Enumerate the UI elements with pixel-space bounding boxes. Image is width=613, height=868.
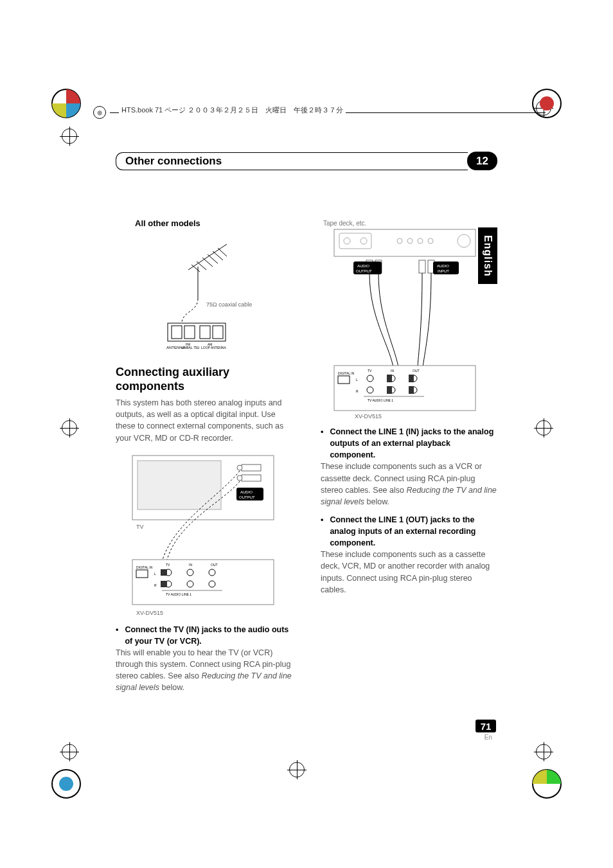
- svg-line-12: [218, 248, 227, 256]
- svg-rect-33: [132, 560, 274, 605]
- tv-connection-diagram: TV AUDIO OUTPUT DIGITAL IN: [116, 450, 292, 617]
- binder-ring-icon: ⊕: [93, 106, 106, 119]
- chapter-heading: Other connections 12: [116, 152, 497, 170]
- line1-out-bold: Connect the LINE 1 (OUT) jacks to the an…: [330, 514, 497, 549]
- color-patch-br: [531, 768, 563, 800]
- line1-in-bold: Connect the LINE 1 (IN) jacks to the ana…: [330, 426, 497, 461]
- svg-line-9: [202, 258, 213, 267]
- svg-line-10: [208, 254, 218, 263]
- tv-in-body: This will enable you to hear the TV (or …: [116, 647, 292, 694]
- svg-point-82: [367, 387, 373, 393]
- svg-line-6: [188, 244, 227, 270]
- svg-text:DIGITAL IN: DIGITAL IN: [338, 371, 355, 375]
- svg-rect-15: [172, 326, 182, 339]
- registration-mark: [62, 420, 77, 436]
- svg-text:L: L: [356, 378, 358, 382]
- svg-line-11: [213, 251, 223, 260]
- svg-point-79: [367, 375, 373, 382]
- svg-point-45: [187, 581, 193, 587]
- svg-point-42: [187, 569, 193, 576]
- svg-point-43: [209, 569, 215, 576]
- tv-in-bullet: • Connect the TV (IN) jacks to the audio…: [116, 624, 292, 647]
- svg-rect-35: [136, 570, 148, 578]
- svg-rect-16: [184, 326, 195, 339]
- svg-point-46: [209, 581, 215, 587]
- chapter-number: 12: [467, 152, 497, 170]
- tape-deck-caption: Tape deck, etc.: [323, 220, 497, 227]
- svg-rect-85: [387, 375, 392, 382]
- color-patch-bl: [50, 768, 82, 800]
- svg-text:TV    AUDIO  LINE 1: TV AUDIO LINE 1: [166, 592, 191, 596]
- svg-rect-88: [409, 386, 414, 394]
- page-lang: En: [484, 734, 492, 741]
- svg-text:OUTPUT: OUTPUT: [239, 495, 255, 499]
- svg-text:AUDIO: AUDIO: [357, 264, 369, 268]
- svg-text:OUTPUT: OUTPUT: [356, 269, 372, 273]
- prepress-text: HTS.book 71 ページ ２００３年２月２５日 火曜日 午後２時３７分: [119, 105, 346, 115]
- tv-in-bold: Connect the TV (IN) jacks to the audio o…: [125, 624, 292, 647]
- registration-mark: [62, 744, 77, 759]
- registration-mark: [536, 420, 551, 436]
- connecting-aux-body: This system has both stereo analog input…: [116, 397, 292, 444]
- svg-text:OUT: OUT: [211, 563, 218, 567]
- left-column: All other models 75Ω coaxial cable: [116, 218, 292, 700]
- svg-text:AUDIO: AUDIO: [240, 490, 253, 494]
- svg-rect-24: [138, 461, 221, 509]
- svg-rect-28: [242, 475, 261, 481]
- svg-rect-26: [242, 465, 261, 471]
- svg-rect-18: [213, 326, 223, 339]
- prepress-header: ⊕ HTS.book 71 ページ ２００３年２月２５日 火曜日 午後２時３７分: [93, 106, 546, 119]
- svg-text:TV: TV: [136, 524, 144, 530]
- svg-rect-48: [161, 581, 167, 587]
- right-column: Tape deck, etc.: [321, 218, 497, 700]
- line1-in-body: These include components such as a VCR o…: [321, 461, 497, 508]
- svg-text:DIGITAL IN: DIGITAL IN: [136, 565, 153, 569]
- antenna-diagram: 75Ω coaxial cable ANTENNA FM UNBAL 75Ω A…: [116, 235, 292, 350]
- svg-text:UNBAL 75Ω: UNBAL 75Ω: [182, 346, 199, 350]
- line1-out-bullet: • Connect the LINE 1 (OUT) jacks to the …: [321, 514, 497, 549]
- registration-mark: [289, 762, 305, 777]
- svg-text:LOOP ANTENNA: LOOP ANTENNA: [201, 346, 226, 350]
- connecting-aux-heading: Connecting auxiliary components: [116, 366, 292, 393]
- svg-text:IN: IN: [189, 563, 192, 567]
- svg-rect-17: [200, 326, 210, 339]
- svg-rect-47: [161, 569, 167, 576]
- svg-rect-73: [338, 376, 350, 384]
- svg-text:TV: TV: [368, 369, 372, 373]
- svg-text:TV: TV: [166, 563, 170, 567]
- line1-out-body: These include components such as a casse…: [321, 549, 497, 596]
- svg-point-29: [237, 475, 242, 481]
- tape-connection-diagram: AUDIO OUTPUT AUDIO INPUT DIGITAL IN TV I…: [321, 227, 497, 420]
- page-number: 71: [475, 720, 496, 732]
- svg-text:R: R: [356, 389, 359, 393]
- line1-in-bullet: • Connect the LINE 1 (IN) jacks to the a…: [321, 426, 497, 461]
- svg-text:IN: IN: [391, 369, 394, 373]
- svg-point-4: [59, 777, 73, 791]
- cable-label: 75Ω coaxial cable: [206, 301, 252, 308]
- svg-rect-71: [334, 366, 475, 411]
- svg-text:INPUT: INPUT: [438, 269, 449, 273]
- color-patch-tl: [50, 87, 82, 120]
- svg-text:OUT: OUT: [413, 369, 420, 373]
- svg-text:R: R: [154, 583, 157, 587]
- registration-mark: [536, 744, 551, 759]
- svg-text:TV    AUDIO  LINE 1: TV AUDIO LINE 1: [368, 398, 393, 402]
- svg-point-27: [237, 465, 242, 470]
- svg-rect-87: [409, 375, 414, 382]
- all-other-models-heading: All other models: [135, 218, 292, 228]
- svg-text:XV-DV515: XV-DV515: [136, 610, 163, 616]
- svg-text:L: L: [154, 572, 156, 576]
- svg-rect-63: [419, 260, 425, 273]
- svg-text:AUDIO: AUDIO: [437, 264, 449, 268]
- svg-text:XV-DV515: XV-DV515: [355, 413, 382, 420]
- svg-line-7: [191, 265, 200, 272]
- chapter-title: Other connections: [123, 152, 227, 170]
- registration-mark: [62, 128, 77, 144]
- svg-rect-86: [387, 386, 392, 394]
